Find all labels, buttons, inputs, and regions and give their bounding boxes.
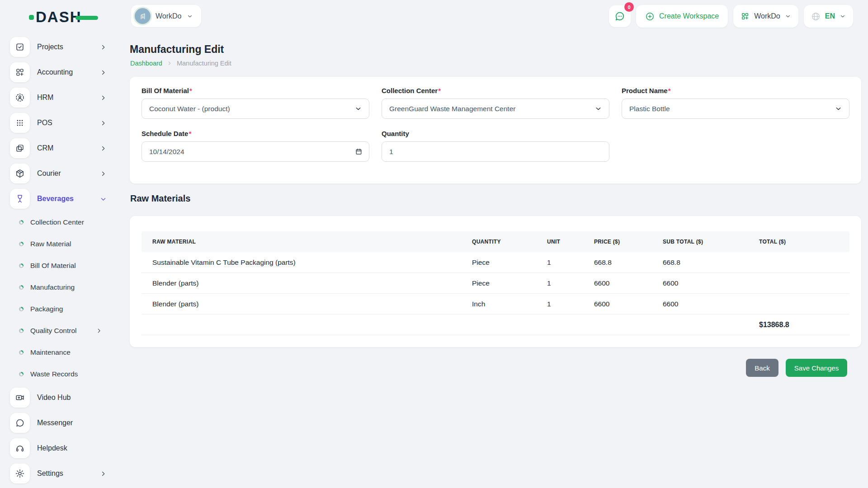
schedule-date-input[interactable] — [149, 142, 362, 161]
sidebar-item-pos[interactable]: POS — [0, 110, 118, 136]
product-name-field: Product Name* Plastic Bottle — [622, 87, 849, 119]
quantity-input-wrap — [382, 141, 609, 162]
column-header-quantity: QUANTITY — [461, 239, 536, 245]
quantity-field: Quantity — [382, 130, 609, 162]
workspace-name: WorkDo — [156, 12, 182, 20]
back-button[interactable]: Back — [746, 359, 778, 377]
breadcrumb-dashboard-link[interactable]: Dashboard — [130, 60, 162, 67]
raw-materials-heading: Raw Materials — [130, 193, 190, 204]
page-title: Manufacturing Edit — [130, 43, 224, 56]
breadcrumb: Dashboard Manufacturing Edit — [130, 60, 231, 67]
sidebar-item-courier[interactable]: Courier — [0, 161, 118, 186]
chevron-right-icon — [100, 120, 107, 127]
spacer-field — [622, 130, 849, 162]
grand-total-value: $13868.8 — [748, 321, 849, 329]
app-menu-button[interactable]: WorkDo — [733, 5, 798, 28]
cell-material: Blender (parts) — [142, 279, 461, 287]
quantity-input[interactable] — [389, 142, 602, 161]
required-mark: * — [189, 87, 192, 94]
raw-materials-table-card: RAW MATERIAL QUANTITY UNIT PRICE ($) SUB… — [130, 216, 861, 347]
cell-price: 6600 — [583, 279, 652, 287]
table-row: Sustainable Vitamin C Tube Packaging (pa… — [142, 252, 849, 273]
sidebar-subitem-label: Bill Of Material — [30, 262, 76, 270]
collection-center-value: GreenGuard Waste Management Center — [389, 105, 515, 113]
bill-of-material-select[interactable]: Coconut Water - (product) — [142, 99, 369, 119]
required-mark: * — [438, 87, 441, 94]
sidebar-subitem-packaging[interactable]: Packaging — [0, 298, 118, 320]
table-header-row: RAW MATERIAL QUANTITY UNIT PRICE ($) SUB… — [142, 231, 849, 252]
quantity-label: Quantity — [382, 130, 609, 137]
collection-center-label: Collection Center* — [382, 87, 609, 94]
sidebar-subitem-label: Collection Center — [30, 218, 84, 226]
tasks-icon — [10, 37, 30, 57]
create-workspace-label: Create Workspace — [659, 12, 719, 20]
cell-quantity: Inch — [461, 300, 536, 308]
language-selector[interactable]: EN — [804, 5, 853, 28]
sidebar-item-label: Helpdesk — [37, 444, 67, 452]
sidebar-item-label: POS — [37, 119, 52, 127]
chevron-down-icon — [187, 13, 193, 19]
sidebar-subitem-raw-material[interactable]: Raw Material — [0, 233, 118, 255]
bill-of-material-field: Bill Of Material* Coconut Water - (produ… — [142, 87, 369, 119]
sidebar-item-settings[interactable]: Settings — [0, 461, 118, 486]
sidebar-item-helpdesk[interactable]: Helpdesk — [0, 436, 118, 461]
sidebar-subitem-waste-records[interactable]: Waste Records — [0, 363, 118, 385]
sidebar-item-label: Projects — [37, 43, 63, 51]
sidebar-item-label: Settings — [37, 469, 63, 478]
breadcrumb-current: Manufacturing Edit — [177, 60, 231, 67]
sidebar-item-beverages[interactable]: Beverages — [0, 186, 118, 211]
save-changes-button[interactable]: Save Changes — [786, 359, 847, 377]
sidebar-subitem-bill-of-material[interactable]: Bill Of Material — [0, 255, 118, 277]
app-menu-label: WorkDo — [754, 12, 780, 20]
bullet-icon — [19, 307, 24, 311]
sidebar-item-projects[interactable]: Projects — [0, 34, 118, 60]
gear-icon — [10, 464, 30, 483]
chevron-right-icon — [167, 61, 172, 66]
bullet-icon — [19, 372, 24, 376]
sidebar-subitem-label: Maintenance — [30, 348, 71, 357]
bullet-icon — [19, 263, 24, 268]
sidebar-subitem-quality-control[interactable]: Quality Control — [0, 320, 118, 342]
cell-sub-total: 6600 — [652, 300, 748, 308]
chevron-down-icon — [354, 105, 362, 113]
messages-button[interactable]: 0 — [609, 5, 631, 27]
sidebar-item-hrm[interactable]: HRM — [0, 85, 118, 110]
schedule-date-input-wrap — [142, 141, 369, 162]
sidebar: Projects Accounting HRM POS CRM Courier … — [0, 34, 118, 486]
product-name-value: Plastic Bottle — [629, 105, 670, 113]
chevron-right-icon — [100, 470, 107, 477]
chevron-down-icon — [594, 105, 602, 113]
chat-bubble-icon — [10, 413, 30, 433]
required-mark: * — [189, 130, 191, 137]
building-icon — [138, 12, 147, 21]
grid-plus-icon — [741, 12, 750, 21]
workspace-selector[interactable]: WorkDo — [131, 5, 201, 27]
grid-plus-icon — [10, 62, 30, 82]
sidebar-subitem-maintenance[interactable]: Maintenance — [0, 342, 118, 363]
cell-quantity: Piece — [461, 258, 536, 267]
sidebar-item-label: Beverages — [37, 195, 74, 203]
chevron-right-icon — [100, 44, 107, 51]
chevron-down-icon — [840, 13, 846, 19]
sidebar-subitem-manufacturing[interactable]: Manufacturing — [0, 277, 118, 298]
sidebar-item-label: Courier — [37, 169, 61, 178]
sidebar-subitem-label: Quality Control — [30, 327, 77, 335]
sidebar-subitem-collection-center[interactable]: Collection Center — [0, 211, 118, 233]
chevron-down-icon — [785, 13, 791, 19]
cell-quantity: Piece — [461, 279, 536, 287]
bullet-icon — [19, 328, 24, 333]
sidebar-item-crm[interactable]: CRM — [0, 136, 118, 161]
sidebar-item-video-hub[interactable]: Video Hub — [0, 385, 118, 410]
calendar-icon[interactable] — [355, 148, 363, 155]
logo-dot-icon — [29, 15, 34, 20]
product-name-select[interactable]: Plastic Bottle — [622, 99, 849, 119]
dots-grid-icon — [10, 113, 30, 133]
create-workspace-button[interactable]: Create Workspace — [636, 5, 728, 28]
chevron-right-icon — [100, 145, 107, 152]
table-row: Blender (parts) Inch 1 6600 6600 — [142, 294, 849, 314]
cell-price: 668.8 — [583, 258, 652, 267]
collection-center-select[interactable]: GreenGuard Waste Management Center — [382, 99, 609, 119]
product-name-label: Product Name* — [622, 87, 849, 94]
sidebar-item-accounting[interactable]: Accounting — [0, 60, 118, 85]
sidebar-item-messenger[interactable]: Messenger — [0, 410, 118, 436]
